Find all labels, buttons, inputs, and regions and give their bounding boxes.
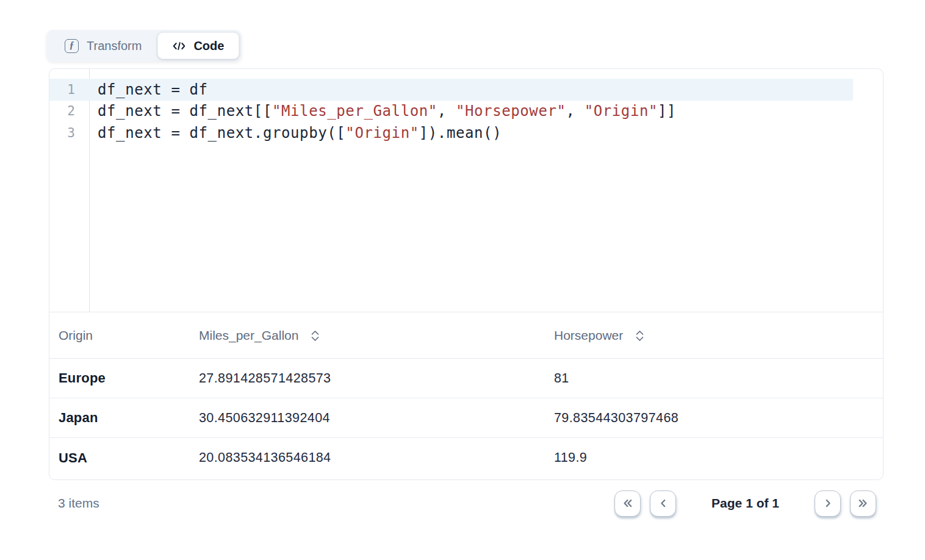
- tab-code-label: Code: [193, 39, 224, 53]
- line-number: 2: [49, 104, 90, 118]
- code-icon: [173, 41, 185, 51]
- double-chevron-left-icon: [622, 498, 633, 508]
- code-token: df_next = df_next.groupby([: [98, 124, 345, 142]
- pagination: Page 1 of 1: [614, 490, 884, 517]
- code-string-token: "Origin": [345, 124, 419, 142]
- code-token: df_next = df_next[[: [98, 102, 272, 120]
- items-count: 3 items: [49, 496, 99, 511]
- sort-icon[interactable]: [635, 329, 644, 342]
- code-line[interactable]: 1 df_next = df: [49, 79, 853, 101]
- view-switcher: ƒ Transform Code: [46, 30, 242, 62]
- previous-page-button[interactable]: [650, 490, 676, 517]
- table-footer: 3 items Page 1 of 1: [49, 487, 884, 519]
- first-page-button[interactable]: [614, 490, 641, 517]
- code-token: ]]: [658, 102, 676, 120]
- tab-transform[interactable]: ƒ Transform: [49, 32, 157, 59]
- code-line-text: df_next = df_next.groupby(["Origin"]).me…: [90, 124, 502, 142]
- code-token: ,: [566, 102, 585, 120]
- code-string-token: "Miles_per_Gallon": [272, 102, 437, 120]
- cell-horsepower: 81: [554, 371, 883, 386]
- next-page-button[interactable]: [815, 490, 841, 517]
- widget-panel: 1 df_next = df 2 df_next = df_next[["Mil…: [49, 68, 884, 480]
- function-icon: ƒ: [65, 39, 79, 53]
- cell-horsepower: 79.83544303797468: [554, 411, 883, 426]
- cell-miles-per-gallon: 27.891428571428573: [199, 371, 554, 386]
- chevron-left-icon: [658, 498, 668, 508]
- code-line-text: df_next = df_next[["Miles_per_Gallon", "…: [90, 102, 676, 120]
- code-string-token: "Horsepower": [456, 102, 566, 120]
- code-line[interactable]: 2 df_next = df_next[["Miles_per_Gallon",…: [49, 101, 883, 123]
- tab-code[interactable]: Code: [157, 32, 239, 59]
- column-header-label: Miles_per_Gallon: [199, 328, 298, 343]
- column-header-origin: Origin: [49, 328, 199, 343]
- code-token: ]).mean(): [419, 124, 502, 142]
- code-line[interactable]: 3 df_next = df_next.groupby(["Origin"]).…: [49, 122, 883, 144]
- code-line-text: df_next = df: [90, 81, 208, 98]
- table-row[interactable]: Europe 27.891428571428573 81: [49, 359, 883, 398]
- cell-origin: USA: [49, 450, 199, 466]
- code-token: ,: [437, 102, 456, 120]
- cell-miles-per-gallon: 20.083534136546184: [199, 450, 554, 465]
- last-page-button[interactable]: [850, 490, 876, 517]
- column-header-horsepower[interactable]: Horsepower: [554, 328, 883, 343]
- cell-horsepower: 119.9: [554, 450, 883, 465]
- cell-miles-per-gallon: 30.450632911392404: [199, 411, 554, 426]
- cell-origin: Europe: [49, 370, 199, 386]
- code-lines: 1 df_next = df 2 df_next = df_next[["Mil…: [49, 79, 883, 144]
- code-token: df_next = df: [98, 81, 208, 98]
- table-row[interactable]: Japan 30.450632911392404 79.835443037974…: [49, 398, 883, 438]
- column-header-label: Horsepower: [554, 328, 623, 343]
- sort-icon[interactable]: [311, 329, 320, 342]
- page-indicator: Page 1 of 1: [711, 496, 779, 511]
- column-header-label: Origin: [59, 328, 93, 342]
- table-row[interactable]: USA 20.083534136546184 119.9: [49, 438, 883, 478]
- cell-origin: Japan: [49, 410, 199, 426]
- double-chevron-right-icon: [857, 498, 869, 508]
- table-header-row: Origin Miles_per_Gallon Horsepower: [49, 312, 883, 359]
- code-string-token: "Origin": [585, 102, 658, 120]
- line-number: 1: [49, 82, 90, 97]
- tab-transform-label: Transform: [87, 39, 142, 53]
- result-table: Origin Miles_per_Gallon Horsepower: [49, 312, 883, 478]
- line-number: 3: [49, 126, 90, 140]
- chevron-right-icon: [823, 498, 833, 508]
- column-header-miles-per-gallon[interactable]: Miles_per_Gallon: [199, 328, 554, 343]
- table-body: Europe 27.891428571428573 81 Japan 30.45…: [49, 359, 883, 478]
- code-editor[interactable]: 1 df_next = df 2 df_next = df_next[["Mil…: [49, 69, 883, 312]
